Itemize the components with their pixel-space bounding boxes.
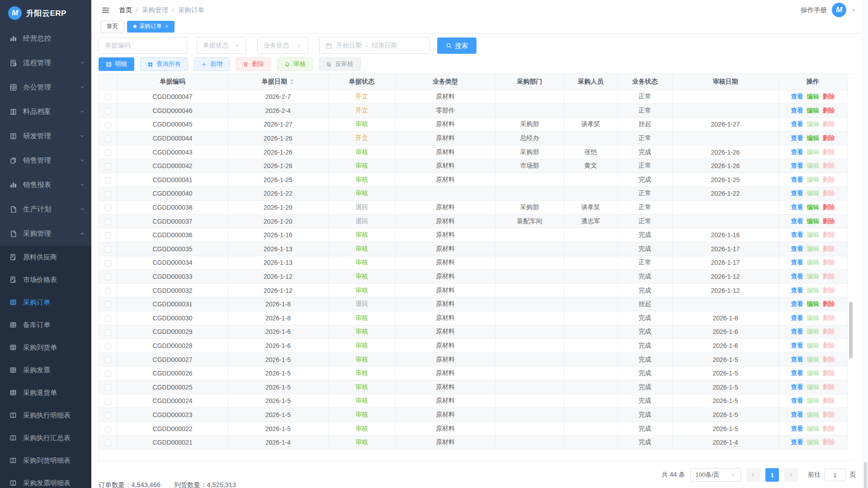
doc-status-select[interactable]: 单据状态 [197,38,246,54]
delete-link[interactable]: 删除 [823,93,835,100]
view-link[interactable]: 查看 [791,190,803,197]
page-1-button[interactable]: 1 [765,468,779,482]
row-checkbox[interactable] [105,246,111,253]
edit-link[interactable]: 编辑 [807,135,819,141]
edit-link[interactable]: 编辑 [807,356,819,363]
view-link[interactable]: 查看 [791,300,803,307]
edit-link[interactable]: 编辑 [807,342,819,349]
delete-link[interactable]: 删除 [823,342,835,349]
edit-link[interactable]: 编辑 [807,176,819,183]
sidebar-subitem-purchase-exec-detail[interactable]: 采购执行明细表 [0,404,91,427]
delete-link[interactable]: 删除 [823,107,835,114]
view-link[interactable]: 查看 [791,314,803,321]
sidebar-subitem-purchase-arrival-detail[interactable]: 采购到货明细表 [0,449,91,472]
delete-link[interactable]: 删除 [823,425,835,432]
row-checkbox[interactable] [105,412,111,418]
tab-home[interactable]: 首页 [100,21,124,33]
query-all-button[interactable]: 查询所有 [140,57,188,71]
row-checkbox[interactable] [105,371,111,377]
delete-link[interactable]: 删除 [823,176,835,183]
sidebar-item-materials[interactable]: 料品档案 [0,99,91,124]
view-link[interactable]: 查看 [791,287,803,294]
row-checkbox[interactable] [105,357,111,363]
prev-page-button[interactable] [746,468,760,482]
edit-link[interactable]: 编辑 [807,121,819,127]
user-caret-icon[interactable] [851,8,856,13]
delete-link[interactable]: 删除 [823,370,835,376]
delete-link[interactable]: 删除 [823,245,835,252]
delete-link[interactable]: 删除 [823,439,835,446]
row-checkbox[interactable] [105,399,111,405]
avatar[interactable]: M [832,3,846,17]
page-scrollbar[interactable] [863,0,868,488]
view-link[interactable]: 查看 [791,342,803,349]
delete-link[interactable]: 删除 [823,287,835,294]
delete-link[interactable]: 删除 [823,204,835,211]
edit-link[interactable]: 编辑 [807,149,819,155]
sidebar-subitem-market-price[interactable]: 市场价格表 [0,268,91,291]
edit-link[interactable]: 编辑 [807,314,819,321]
delete-link[interactable]: 删除 [823,397,835,404]
edit-link[interactable]: 编辑 [807,439,819,446]
delete-link[interactable]: 删除 [823,411,835,418]
view-link[interactable]: 查看 [791,107,803,114]
delete-link[interactable]: 删除 [823,135,835,141]
edit-link[interactable]: 编辑 [807,259,819,266]
row-checkbox[interactable] [105,343,111,349]
view-link[interactable]: 查看 [791,231,803,238]
tab-purchase-order[interactable]: 采购订单× [127,21,175,33]
row-checkbox[interactable] [105,177,111,183]
sidebar-item-office[interactable]: 办公管理 [0,75,91,99]
view-link[interactable]: 查看 [791,121,803,127]
sidebar-item-production[interactable]: 生产计划 [0,197,91,221]
edit-link[interactable]: 编辑 [807,245,819,252]
view-link[interactable]: 查看 [791,273,803,280]
delete-link[interactable]: 删除 [823,300,835,307]
view-link[interactable]: 查看 [791,411,803,418]
view-link[interactable]: 查看 [791,439,803,446]
sidebar-collapse-icon[interactable] [101,6,110,14]
edit-link[interactable]: 编辑 [807,370,819,376]
edit-link[interactable]: 编辑 [807,204,819,211]
view-link[interactable]: 查看 [791,218,803,225]
sidebar-subitem-purchase-invoice[interactable]: 采购发票 [0,359,91,381]
row-checkbox[interactable] [105,205,111,211]
view-link[interactable]: 查看 [791,259,803,266]
edit-link[interactable]: 编辑 [807,328,819,335]
sidebar-item-business-overview[interactable]: 经营总控 [0,26,91,51]
row-checkbox[interactable] [105,440,111,446]
row-checkbox[interactable] [105,260,111,267]
breadcrumb-item[interactable]: 采购管理 [142,6,168,14]
edit-link[interactable]: 编辑 [807,300,819,307]
delete-link[interactable]: 删除 [823,162,835,169]
view-link[interactable]: 查看 [791,425,803,432]
delete-link[interactable]: 删除 [823,356,835,363]
date-range-input[interactable]: 开始日期 - 结束日期 [319,38,430,54]
row-checkbox[interactable] [105,329,111,336]
row-checkbox[interactable] [105,288,111,294]
col-date[interactable]: 单据日期 [228,74,328,90]
view-link[interactable]: 查看 [791,356,803,363]
breadcrumb-item[interactable]: 采购订单 [178,6,204,14]
sidebar-subitem-purchase-order[interactable]: 采购订单 [0,291,91,314]
edit-link[interactable]: 编辑 [807,93,819,100]
row-checkbox[interactable] [105,385,111,391]
view-link[interactable]: 查看 [791,149,803,155]
delete-link[interactable]: 删除 [823,218,835,225]
row-checkbox[interactable] [105,301,111,308]
sidebar-subitem-stock-order[interactable]: 备库订单 [0,314,91,336]
search-button[interactable]: 搜索 [437,38,476,54]
edit-link[interactable]: 编辑 [807,162,819,169]
sidebar-subitem-purchase-arrival[interactable]: 采购到货单 [0,336,91,359]
edit-link[interactable]: 编辑 [807,397,819,404]
row-checkbox[interactable] [105,315,111,322]
detail-button[interactable]: 明细 [99,57,134,71]
delete-link[interactable]: 删除 [823,259,835,266]
next-page-button[interactable] [784,468,798,482]
view-link[interactable]: 查看 [791,162,803,169]
add-button[interactable]: 新增 [194,57,230,71]
sidebar-item-sales[interactable]: 销售管理 [0,148,91,173]
view-link[interactable]: 查看 [791,397,803,404]
row-checkbox[interactable] [105,108,111,114]
row-checkbox[interactable] [105,94,111,100]
